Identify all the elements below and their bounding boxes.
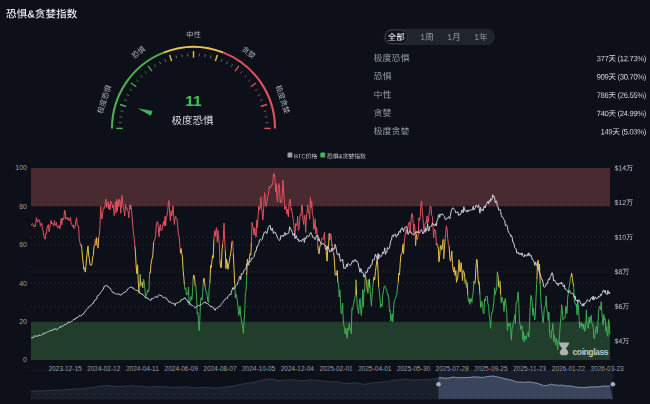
svg-text:2025-02-01: 2025-02-01: [319, 365, 353, 372]
svg-text:2024-12-04: 2024-12-04: [281, 365, 315, 372]
svg-text:2023-12-15: 2023-12-15: [48, 365, 82, 372]
svg-text:11: 11: [185, 92, 202, 109]
svg-text:20: 20: [19, 318, 27, 325]
svg-text:2024-02-12: 2024-02-12: [87, 365, 121, 372]
svg-text:2024-08-07: 2024-08-07: [203, 365, 237, 372]
svg-text:100: 100: [15, 164, 27, 171]
svg-text:2025-05-30: 2025-05-30: [397, 365, 431, 372]
svg-text:40: 40: [19, 280, 27, 287]
svg-text:coinglass: coinglass: [573, 347, 609, 357]
svg-text:2024-06-09: 2024-06-09: [165, 365, 199, 372]
svg-text:2024-10-05: 2024-10-05: [242, 365, 276, 372]
svg-text:80: 80: [19, 203, 27, 210]
svg-text:2024-04-11: 2024-04-11: [126, 365, 159, 372]
svg-text:60: 60: [19, 241, 27, 248]
svg-text:2025-04-01: 2025-04-01: [358, 365, 392, 372]
svg-text:0: 0: [23, 356, 27, 363]
